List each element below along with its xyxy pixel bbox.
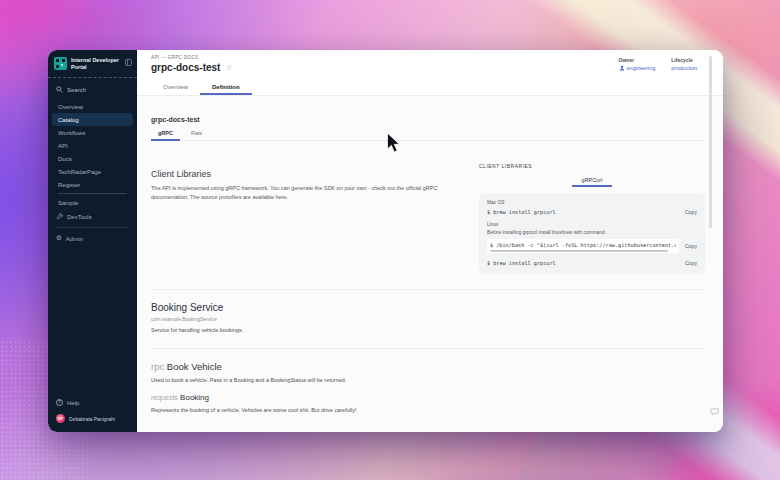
booking-service-section: Booking Service com.example.BookingServi… xyxy=(151,302,705,333)
sidebar: Internal Developer Portal Search Overvie… xyxy=(48,50,137,432)
sidebar-search[interactable]: Search xyxy=(48,78,137,98)
sidebar-item-label: DevTools xyxy=(67,214,92,220)
entity-tabs: Overview Definition xyxy=(151,81,709,95)
section-divider xyxy=(151,348,705,349)
rpc-description: Used to book a vehicle. Pass in a Bookin… xyxy=(151,377,705,383)
sidebar-item-label: Sample xyxy=(58,200,78,206)
booking-service-description: Service for handling vehicle bookings. xyxy=(151,327,705,333)
lifecycle-label: Lifecycle xyxy=(671,57,697,63)
copy-button[interactable]: Copy xyxy=(685,243,697,249)
rpc-name: Book Vehicle xyxy=(167,361,222,372)
gear-icon: ⚙ xyxy=(56,235,62,242)
requests-booking-section: requests Booking Represents the booking … xyxy=(151,393,705,413)
sidebar-item-devtools[interactable]: DevTools xyxy=(48,209,137,224)
sidebar-header: Internal Developer Portal xyxy=(48,50,137,78)
sidebar-item-label: Overview xyxy=(58,104,83,110)
sidebar-user[interactable]: DP Debabrata Panigrahi xyxy=(48,410,137,432)
app-title: Internal Developer Portal xyxy=(71,57,121,71)
definition-format-tabs: gRPC Raw xyxy=(151,128,705,141)
user-name: Debabrata Panigrahi xyxy=(69,416,115,422)
linux-command-scroll[interactable]: $ /bin/bash -c "$(curl -fsSL https://raw… xyxy=(487,239,679,253)
help-icon: ? xyxy=(56,399,63,406)
tab-definition[interactable]: Definition xyxy=(200,81,252,95)
definition-content: grpc-docs-test gRPC Raw Client Libraries… xyxy=(137,96,723,432)
group-icon xyxy=(619,65,625,71)
sidebar-item-label: Workflows xyxy=(58,130,86,136)
macos-label: Mac OS xyxy=(487,200,697,205)
sidebar-item-label: Register xyxy=(58,182,80,188)
main-area: API — GRPC DOCS grpc-docs-test ☆ Owner e… xyxy=(137,50,723,432)
api-card-title: grpc-docs-test xyxy=(151,116,705,123)
linux-label: Linux xyxy=(487,222,697,227)
entity-meta: Owner engineering Lifecycle production xyxy=(619,57,697,71)
lifecycle-meta: Lifecycle production xyxy=(671,57,697,71)
client-libraries-panel: CLIENT LIBRARIES gRPCurl Mac OS $ brew i… xyxy=(479,155,705,274)
vertical-scrollbar[interactable] xyxy=(709,56,712,228)
owner-meta: Owner engineering xyxy=(619,57,656,71)
lifecycle-value: production xyxy=(671,65,697,71)
owner-label: Owner xyxy=(619,57,656,63)
entity-header: API — GRPC DOCS grpc-docs-test ☆ Owner e… xyxy=(137,50,723,96)
sidebar-item-label: Help xyxy=(67,400,79,406)
search-icon xyxy=(56,86,63,93)
tab-grpcurl[interactable]: gRPCurl xyxy=(572,175,613,187)
sidebar-search-label: Search xyxy=(67,87,86,93)
client-libraries-intro: Client Libraries The API is implemented … xyxy=(151,155,479,274)
rpc-book-vehicle-heading: rpc Book Vehicle xyxy=(151,361,705,372)
sidebar-item-label: Docs xyxy=(58,156,72,162)
horizontal-scrollbar[interactable] xyxy=(490,250,668,252)
sidebar-spacer xyxy=(48,246,137,395)
linux-command-2: $ brew install grpcurl xyxy=(487,260,556,266)
copy-button[interactable]: Copy xyxy=(685,209,697,215)
macos-command: $ brew install grpcurl xyxy=(487,209,556,215)
sidebar-toggle-icon[interactable] xyxy=(125,59,132,66)
portal-logo-icon xyxy=(54,57,67,70)
sidebar-item-admin[interactable]: ⚙ Admin xyxy=(48,231,137,246)
avatar: DP xyxy=(56,414,65,423)
panel-title: CLIENT LIBRARIES xyxy=(479,163,705,169)
sidebar-item-label: Admin xyxy=(66,236,83,242)
wrench-icon xyxy=(56,213,63,220)
rpc-book-vehicle-section: rpc Book Vehicle Used to book a vehicle.… xyxy=(151,361,705,383)
client-libraries-heading: Client Libraries xyxy=(151,169,461,179)
requests-name: Booking xyxy=(180,393,209,402)
install-instructions-panel: Mac OS $ brew install grpcurl Copy Linux… xyxy=(479,193,705,274)
sidebar-item-overview[interactable]: Overview xyxy=(48,100,137,113)
linux-note: Before installing grpcurl install linuxb… xyxy=(487,230,697,235)
requests-description: Represents the booking of a vehicle. Veh… xyxy=(151,407,705,413)
owner-value: engineering xyxy=(627,65,656,71)
tab-raw[interactable]: Raw xyxy=(184,128,209,140)
mouse-cursor xyxy=(386,132,402,154)
sidebar-item-catalog[interactable]: Catalog xyxy=(52,113,133,126)
linux-command: $ /bin/bash -c "$(curl -fsSL https://raw… xyxy=(490,242,676,248)
requests-booking-heading: requests Booking xyxy=(151,393,705,402)
copy-button[interactable]: Copy xyxy=(685,260,697,266)
owner-link[interactable]: engineering xyxy=(619,65,656,71)
tab-overview[interactable]: Overview xyxy=(151,81,200,95)
sidebar-item-register[interactable]: Register xyxy=(48,178,137,191)
sidebar-nav: Overview Catalog Workflows API Docs Tech… xyxy=(48,98,137,209)
sidebar-item-label: TechRadarPage xyxy=(58,169,101,175)
sidebar-item-label: API xyxy=(58,143,68,149)
sidebar-divider xyxy=(58,193,127,194)
booking-service-qualified-name: com.example.BookingService xyxy=(151,316,705,322)
tab-grpc[interactable]: gRPC xyxy=(151,128,180,140)
app-window: Internal Developer Portal Search Overvie… xyxy=(48,50,723,432)
sidebar-item-label: Catalog xyxy=(58,117,79,123)
sidebar-help[interactable]: ? Help xyxy=(48,395,137,410)
page-title: grpc-docs-test xyxy=(151,62,220,73)
sidebar-divider xyxy=(56,227,129,228)
star-icon[interactable]: ☆ xyxy=(225,64,232,72)
sidebar-item-api[interactable]: API xyxy=(48,139,137,152)
sidebar-item-workflows[interactable]: Workflows xyxy=(48,126,137,139)
section-divider xyxy=(151,289,705,290)
client-libraries-description: The API is implemented using gRPC framew… xyxy=(151,184,461,201)
sidebar-item-techradarpage[interactable]: TechRadarPage xyxy=(48,165,137,178)
feedback-icon[interactable] xyxy=(710,407,719,416)
rpc-kind-label: rpc xyxy=(151,361,164,372)
booking-service-heading: Booking Service xyxy=(151,302,705,313)
requests-kind-label: requests xyxy=(151,394,178,401)
sidebar-item-sample[interactable]: Sample xyxy=(48,196,137,209)
sidebar-item-docs[interactable]: Docs xyxy=(48,152,137,165)
